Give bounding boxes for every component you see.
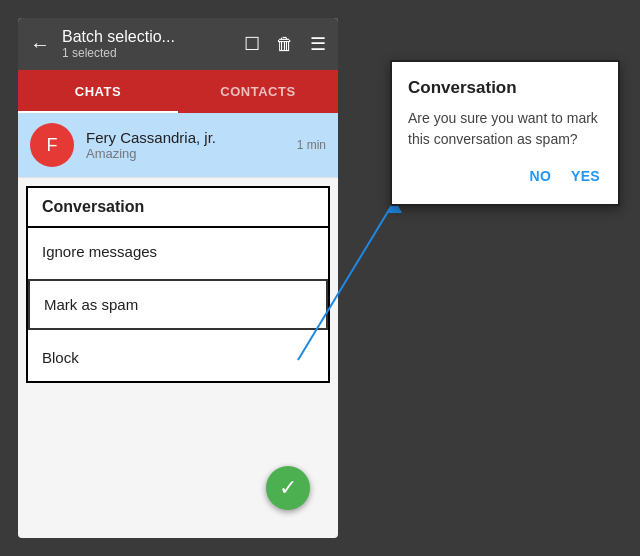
context-menu-title: Conversation xyxy=(28,188,328,228)
screen-subtitle: 1 selected xyxy=(62,46,244,60)
chat-item[interactable]: F Fery Cassandria, jr. Amazing 1 min xyxy=(18,113,338,178)
screen-title: Batch selectio... xyxy=(62,28,244,46)
dialog-actions: NO YES xyxy=(408,164,602,188)
context-menu: Conversation Ignore messages Mark as spa… xyxy=(26,186,330,383)
chat-list: F Fery Cassandria, jr. Amazing 1 min xyxy=(18,113,338,178)
dialog-body: Are you sure you want to mark this conve… xyxy=(408,108,602,150)
menu-item-block[interactable]: Block xyxy=(28,334,328,381)
chat-info: Fery Cassandria, jr. Amazing xyxy=(86,129,297,161)
tab-bar: CHATS CONTACTS xyxy=(18,70,338,113)
chat-name: Fery Cassandria, jr. xyxy=(86,129,297,146)
fab-confirm[interactable]: ✓ xyxy=(266,466,310,510)
top-bar: ← Batch selectio... 1 selected ☐ 🗑 ☰ xyxy=(18,18,338,70)
tab-chats[interactable]: CHATS xyxy=(18,70,178,113)
phone-panel: ← Batch selectio... 1 selected ☐ 🗑 ☰ CHA… xyxy=(18,18,338,538)
dialog-no-button[interactable]: NO xyxy=(527,164,553,188)
menu-item-spam[interactable]: Mark as spam xyxy=(28,279,328,330)
tab-contacts[interactable]: CONTACTS xyxy=(178,70,338,113)
chat-preview: Amazing xyxy=(86,146,297,161)
top-bar-title: Batch selectio... 1 selected xyxy=(62,28,244,60)
spam-confirmation-dialog: Conversation Are you sure you want to ma… xyxy=(390,60,620,206)
chat-time: 1 min xyxy=(297,138,326,152)
dialog-yes-button[interactable]: YES xyxy=(569,164,602,188)
avatar: F xyxy=(30,123,74,167)
check-icon: ✓ xyxy=(279,475,297,501)
delete-icon[interactable]: 🗑 xyxy=(276,34,294,55)
more-icon[interactable]: ☰ xyxy=(310,33,326,55)
archive-icon[interactable]: ☐ xyxy=(244,33,260,55)
top-bar-icons: ☐ 🗑 ☰ xyxy=(244,33,326,55)
dialog-title: Conversation xyxy=(408,78,602,98)
back-button[interactable]: ← xyxy=(30,33,50,56)
menu-item-ignore[interactable]: Ignore messages xyxy=(28,228,328,275)
